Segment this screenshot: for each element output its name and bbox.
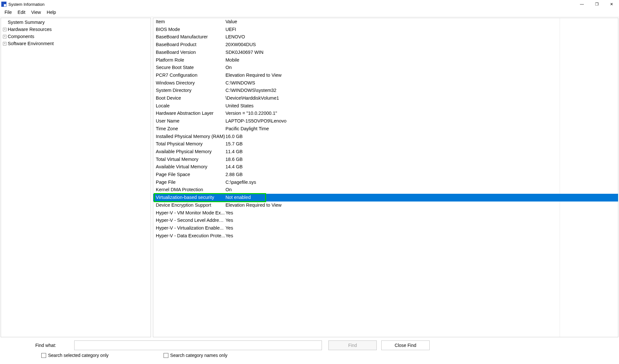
tree-item-hardware[interactable]: + Hardware Resources [1,26,151,33]
value-cell: Version = "10.0.22000.1" [225,110,618,117]
value-cell: Elevation Required to View [225,202,618,209]
value-cell: Yes [225,209,618,217]
item-cell: Boot Device [153,94,225,102]
details-row[interactable]: PCR7 ConfigurationElevation Required to … [153,72,618,79]
details-row[interactable]: BaseBoard Product20XW004DUS [153,41,618,49]
details-row[interactable]: Total Virtual Memory18.6 GB [153,156,618,163]
item-cell: Page File Space [153,171,225,179]
menu-view[interactable]: View [29,9,44,15]
details-row[interactable]: Hardware Abstraction LayerVersion = "10.… [153,110,618,117]
plus-icon[interactable]: + [3,42,6,45]
details-row[interactable]: Virtualization-based securityNot enabled [153,194,618,202]
value-cell: United States [225,102,618,110]
tree-item-components[interactable]: + Components [1,33,151,40]
find-input[interactable] [74,340,322,350]
details-row[interactable]: Total Physical Memory15.7 GB [153,140,618,148]
details-row[interactable]: BaseBoard VersionSDK0J40697 WIN [153,49,618,56]
tree-item-label: Hardware Resources [8,26,52,33]
column-headers[interactable]: Item Value [153,18,618,26]
menubar: File Edit View Help [0,8,619,17]
checkbox-icon [41,353,46,358]
menu-file[interactable]: File [2,9,15,15]
maximize-button[interactable]: ❐ [589,0,604,8]
tree-pane[interactable]: + System Summary + Hardware Resources + … [1,18,151,337]
value-cell: \Device\HarddiskVolume1 [225,94,618,102]
details-row[interactable]: System DirectoryC:\WINDOWS\system32 [153,87,618,94]
value-cell: 14.4 GB [225,163,618,171]
app-icon [1,2,6,7]
tree-root-label: System Summary [8,19,45,25]
plus-icon[interactable]: + [3,35,6,38]
item-cell: Total Virtual Memory [153,156,225,163]
header-item[interactable]: Item [153,18,225,26]
value-cell: Yes [225,224,618,232]
item-cell: Kernel DMA Protection [153,186,225,194]
details-row[interactable]: Hyper-V - Virtualization Enable...Yes [153,224,618,232]
close-find-button[interactable]: Close Find [381,340,430,350]
item-cell: Platform Role [153,56,225,64]
tree-item-software[interactable]: + Software Environment [1,40,151,47]
value-cell: SDK0J40697 WIN [225,49,618,56]
item-cell: Hyper-V - VM Monitor Mode Ex... [153,209,225,217]
item-cell: BaseBoard Version [153,49,225,56]
details-row[interactable]: Kernel DMA ProtectionOn [153,186,618,194]
item-cell: Available Physical Memory [153,148,225,156]
header-value[interactable]: Value [225,18,618,26]
item-cell: Hyper-V - Virtualization Enable... [153,224,225,232]
menu-edit[interactable]: Edit [15,9,28,15]
value-cell: C:\WINDOWS\system32 [225,87,618,94]
details-row[interactable]: User NameLAPTOP-1S5OVPO9\Lenovo [153,117,618,125]
item-cell: Installed Physical Memory (RAM) [153,133,225,141]
details-row[interactable]: Hyper-V - Data Execution Prote...Yes [153,232,618,240]
value-cell: 15.7 GB [225,140,618,148]
minimize-icon: — [580,2,584,6]
details-row[interactable]: Device Encryption SupportElevation Requi… [153,202,618,209]
details-row[interactable]: Installed Physical Memory (RAM)16.0 GB [153,133,618,141]
details-row[interactable]: Boot Device\Device\HarddiskVolume1 [153,94,618,102]
details-scroll[interactable]: Item Value BIOS ModeUEFIBaseBoard Manufa… [153,18,618,337]
maximize-icon: ❐ [595,2,599,6]
details-row[interactable]: Secure Boot StateOn [153,64,618,72]
search-selected-checkbox[interactable]: Search selected category only [41,353,109,358]
item-cell: User Name [153,117,225,125]
menu-help[interactable]: Help [44,9,59,15]
item-cell: BaseBoard Product [153,41,225,49]
minimize-button[interactable]: — [574,0,589,8]
details-row[interactable]: Hyper-V - Second Level Address...Yes [153,217,618,224]
item-cell: Virtualization-based security [153,194,225,202]
value-cell: Not enabled [225,194,618,202]
value-cell: On [225,186,618,194]
search-names-checkbox[interactable]: Search category names only [164,353,227,358]
value-cell: On [225,64,618,72]
find-button[interactable]: Find [328,340,377,350]
close-button[interactable]: ✕ [604,0,619,8]
details-row[interactable]: Available Physical Memory11.4 GB [153,148,618,156]
close-icon: ✕ [610,2,613,6]
details-row[interactable]: Page FileC:\pagefile.sys [153,179,618,186]
titlebar[interactable]: System Information — ❐ ✕ [0,0,619,8]
item-cell: Hardware Abstraction Layer [153,110,225,117]
details-row[interactable]: Page File Space2.88 GB [153,171,618,179]
value-cell: Elevation Required to View [225,72,618,79]
details-row[interactable]: Available Virtual Memory14.4 GB [153,163,618,171]
details-row[interactable]: Time ZonePacific Daylight Time [153,125,618,133]
item-cell: System Directory [153,87,225,94]
item-cell: Hyper-V - Second Level Address... [153,217,225,224]
window-title: System Information [8,2,45,7]
details-row[interactable]: LocaleUnited States [153,102,618,110]
tree-root[interactable]: + System Summary [1,19,151,26]
details-row[interactable]: BIOS ModeUEFI [153,26,618,34]
details-row[interactable]: Windows DirectoryC:\WINDOWS [153,79,618,87]
value-cell: 2.88 GB [225,171,618,179]
item-cell: BaseBoard Manufacturer [153,33,225,41]
checkbox-label: Search category names only [170,353,227,358]
details-row[interactable]: BaseBoard ManufacturerLENOVO [153,33,618,41]
details-row[interactable]: Hyper-V - VM Monitor Mode Ex...Yes [153,209,618,217]
item-cell: Locale [153,102,225,110]
find-bar: Find what: Find Close Find Search select… [0,338,619,364]
value-cell: LAPTOP-1S5OVPO9\Lenovo [225,117,618,125]
plus-icon[interactable]: + [3,28,6,31]
details-row[interactable]: Platform RoleMobile [153,56,618,64]
work-area: + System Summary + Hardware Resources + … [0,17,619,338]
item-cell: PCR7 Configuration [153,72,225,79]
